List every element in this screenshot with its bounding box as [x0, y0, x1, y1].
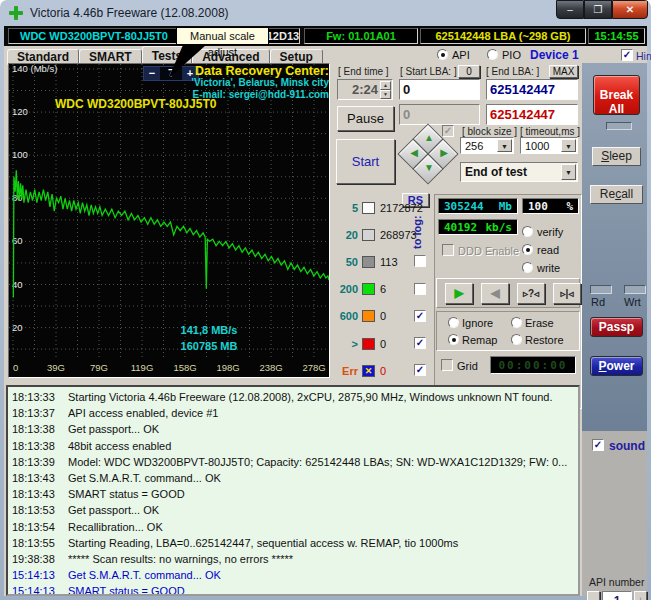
restore-label: Restore	[525, 334, 564, 346]
ignore-label: Ignore	[462, 317, 493, 329]
verify-radio[interactable]	[522, 226, 533, 237]
write-label: write	[537, 262, 560, 274]
play-button[interactable]: ▶	[445, 283, 473, 304]
end-lba-label: [ End LBA: ]	[486, 66, 539, 77]
log-line: 18:13:53Get passport... OK	[12, 502, 578, 518]
svg-text:198G: 198G	[216, 362, 239, 373]
event-log[interactable]: 18:13:33Starting Victoria 4.46b Freeware…	[6, 385, 580, 596]
end-lba-input[interactable]: 625142447	[486, 79, 578, 100]
erase-label: Erase	[525, 317, 554, 329]
svg-text:100: 100	[12, 149, 28, 160]
player-controls: ▶◀▹?◃▹|◃	[436, 278, 580, 308]
seek-retry-button[interactable]: ▹?◃	[517, 283, 545, 304]
end-time-spinner[interactable]: 2:24 ▲▼	[337, 79, 393, 100]
victoria-window: Victoria 4.46b Freeware (12.08.2008) – ❐…	[0, 0, 651, 600]
sleep-button[interactable]: Sleep	[592, 147, 641, 166]
start-lba-label: [ Start LBA: ]	[400, 66, 457, 77]
log-line: 18:13:38Get passport... OK	[12, 421, 578, 437]
chevron-down-icon[interactable]: ▼	[561, 139, 576, 152]
speed-readout: 141,8 MB/s 160785 MB	[149, 322, 269, 354]
log-line: 18:13:3848bit access enabled	[12, 438, 578, 454]
log-line: 15:14:13SMART status = GOOD	[12, 583, 578, 596]
break-all-button[interactable]: Break All	[593, 75, 640, 115]
to-log-checkbox-600[interactable]: ✓	[414, 310, 426, 322]
seek-end-button[interactable]: ▹|◃	[553, 283, 581, 304]
end-time-spin-buttons[interactable]: ▲▼	[380, 81, 391, 98]
log-line: 18:13:39Model: WDC WD3200BPVT-80JJ5T0; C…	[12, 454, 578, 470]
minimize-button[interactable]: –	[556, 0, 584, 19]
log-line: 18:13:33Starting Victoria 4.46b Freeware…	[12, 389, 578, 405]
error-statistics: 52172872202689735011320066000✓>0✓Err✕0✓	[336, 201, 438, 405]
grid-checkbox[interactable]	[441, 359, 453, 371]
zero-button[interactable]: 0	[458, 65, 480, 78]
to-log-checkbox-200[interactable]	[414, 283, 426, 295]
to-log-checkbox->[interactable]: ✓	[414, 337, 426, 349]
stat-color-box: ✕	[362, 365, 375, 377]
remap-radio[interactable]	[448, 334, 459, 345]
write-radio[interactable]	[522, 262, 533, 273]
maximize-button[interactable]: ❐	[584, 0, 612, 19]
api-number-label: API number	[589, 576, 644, 588]
end-time-label: [ End time ]	[338, 66, 389, 77]
verify-label: verify	[537, 226, 563, 238]
sound-label: sound	[609, 439, 645, 453]
tooltip: Manual scale adjust	[176, 27, 269, 45]
hints-checkbox[interactable]: ✓	[621, 49, 633, 61]
sidebar: Break All Sleep Recall Rd Wrt Passp Powe…	[582, 63, 647, 431]
api-number-minus-button[interactable]: −	[587, 591, 600, 600]
start-button[interactable]: Start	[336, 139, 395, 184]
power-button[interactable]: Power	[590, 356, 643, 376]
max-button[interactable]: MAX	[549, 65, 578, 78]
stat-color-box	[362, 283, 375, 295]
pio-radio[interactable]	[487, 49, 498, 60]
bottom-right-panel: ✓ sound API number − 1 +	[582, 431, 647, 596]
start-lba-input[interactable]: 0	[399, 79, 480, 100]
remap-label: Remap	[462, 334, 497, 346]
block-size-dropdown[interactable]: 256▼	[460, 137, 514, 154]
log-line: 18:13:55Starting Reading, LBA=0..6251424…	[12, 535, 578, 551]
svg-text:20: 20	[12, 322, 23, 333]
svg-text:119G: 119G	[131, 362, 154, 373]
recall-button[interactable]: Recall	[590, 185, 643, 204]
ddd-enable-checkbox[interactable]	[442, 244, 454, 256]
stat-color-box	[362, 310, 375, 322]
api-radio[interactable]	[437, 49, 448, 60]
ignore-radio[interactable]	[448, 317, 459, 328]
lcd-timer: 00:00:00	[490, 356, 576, 374]
svg-text:238G: 238G	[259, 362, 282, 373]
timeout-dropdown[interactable]: 1000▼	[520, 137, 578, 154]
read-label: read	[537, 244, 559, 256]
close-button[interactable]: ✕	[612, 0, 648, 19]
api-number-plus-button[interactable]: +	[634, 591, 647, 600]
pause-button[interactable]: Pause	[337, 106, 394, 131]
to-log-checkbox-50[interactable]	[414, 255, 426, 267]
dpad-checkbox[interactable]: ✓	[442, 125, 454, 137]
firmware-panel: Fw: 01.01A01	[304, 28, 418, 44]
log-line: 18:13:43Get S.M.A.R.T. command... OK	[12, 470, 578, 486]
wrt-label: Wrt	[624, 296, 641, 308]
grid-label: Grid	[457, 360, 478, 372]
activity-indicator	[606, 122, 632, 130]
chevron-down-icon[interactable]: ▼	[497, 139, 512, 152]
back-button[interactable]: ◀	[481, 283, 509, 304]
stat-color-box	[362, 229, 375, 241]
stat-row-5: 52172872	[336, 201, 436, 214]
read-activity-led	[590, 285, 612, 294]
end-of-test-dropdown[interactable]: End of test▼	[460, 162, 578, 182]
svg-text:79G: 79G	[90, 362, 108, 373]
passp-button[interactable]: Passp	[590, 317, 643, 337]
capacity-panel: 625142448 LBA (~298 GB)	[420, 28, 586, 44]
drive-model-panel: WDC WD3200BPVT-80JJ5T0	[8, 28, 180, 44]
readout-speed: 141,8 MB/s	[149, 322, 269, 338]
svg-text:278G: 278G	[302, 362, 325, 373]
sound-checkbox[interactable]: ✓	[592, 439, 604, 451]
svg-text:0: 0	[13, 362, 18, 373]
to-log-checkbox-err[interactable]: ✓	[414, 364, 426, 376]
erase-radio[interactable]	[511, 317, 522, 328]
lcd-megabytes: 305244Mb	[438, 198, 518, 214]
read-radio[interactable]	[522, 244, 533, 255]
chevron-down-icon[interactable]: ▼	[561, 164, 576, 180]
title-bar[interactable]: Victoria 4.46b Freeware (12.08.2008) – ❐…	[0, 0, 651, 26]
restore-radio[interactable]	[511, 334, 522, 345]
api-number-value: 1	[602, 591, 632, 600]
